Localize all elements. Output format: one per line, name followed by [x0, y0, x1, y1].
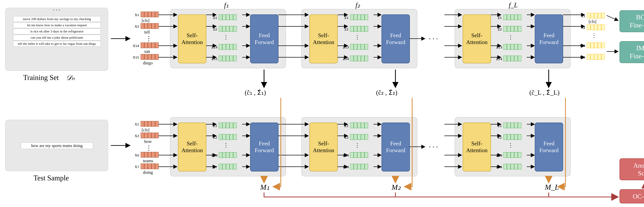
z-label: z₁₄: [212, 44, 217, 50]
ML-label: M_L: [545, 183, 559, 192]
token-vdots: ⋮: [146, 35, 152, 42]
t-cls: [cls]: [588, 19, 596, 24]
self-attention-module: Self- Attention: [310, 122, 338, 172]
token-embedding: [141, 152, 159, 158]
z-label: z₁₄: [496, 56, 502, 61]
z-embedding: [350, 44, 368, 50]
z-embedding: [503, 26, 522, 32]
z-label: z₁: [212, 122, 217, 128]
z-label: z₁₄: [343, 164, 348, 170]
z-embedding: [350, 26, 368, 32]
self-attention-module: Self- Attention: [463, 122, 491, 172]
z-label: z₁₃: [496, 44, 502, 50]
token-x1: x₁: [132, 121, 139, 127]
z-label: z₇: [212, 164, 217, 170]
z-label: z₂: [496, 26, 502, 32]
z-embedding: [350, 152, 368, 158]
token-x2: x₂: [132, 132, 139, 138]
token-embedding: [141, 23, 159, 29]
training-sentence: let me know how to make a vacation reque…: [13, 22, 101, 28]
z-embedding: [503, 56, 522, 61]
z-embedding: [219, 152, 237, 158]
feed-forward-module: Feed Forward: [250, 14, 278, 63]
z-label: z₁: [212, 14, 217, 20]
z-label: z₁₄: [343, 56, 348, 61]
z-label: z₁₅: [212, 56, 217, 61]
feed-forward-module: Feed Forward: [382, 14, 410, 63]
token-embedding: [141, 132, 159, 138]
z-embedding: [503, 134, 522, 140]
training-ellipsis: · · ·: [53, 7, 60, 13]
token-word: [cls]: [142, 128, 150, 132]
z-label: z₂: [343, 26, 348, 32]
z-vdots: ⋮: [223, 34, 229, 40]
token-x6: x₆: [132, 152, 139, 158]
token-word: how: [144, 139, 152, 144]
z-label: z₁: [343, 122, 348, 128]
imlm-fine-tuning-box: IMLM Fine-tuning: [620, 41, 644, 63]
param-cL: (ĉ_L , Σ̂_L): [529, 89, 560, 96]
self-attention-module: Self- Attention: [463, 14, 491, 63]
z-embedding: [219, 14, 237, 20]
z-embedding: [350, 164, 368, 170]
t-label: t₁: [580, 13, 585, 18]
layer-label-f2: f₂: [356, 1, 360, 9]
z-embedding: [350, 134, 368, 140]
t-embedding: [587, 13, 605, 18]
z-embedding: [219, 122, 237, 128]
z-label: z₂: [212, 26, 217, 32]
training-sentence: move 100 dollars from my savings to my c…: [13, 16, 101, 22]
z-embedding: [503, 164, 522, 170]
z-vdots: ⋮: [223, 142, 229, 148]
training-set-title: Training Set: [23, 74, 59, 82]
token-word: doing: [143, 170, 153, 175]
z-vdots: ⋮: [354, 142, 360, 148]
z-embedding: [219, 26, 237, 32]
layer-block-fL-test: Self- Attention Feed Forward z₁ z₂ ⋮ z₁₃…: [455, 117, 570, 176]
test-sentence: how are my sports teams doing: [21, 142, 93, 149]
z-vdots: ⋮: [508, 34, 514, 40]
feed-forward-module: Feed Forward: [535, 14, 563, 63]
self-attention-module: Self- Attention: [178, 14, 206, 63]
test-sample-panel: how are my sports teams doing: [5, 120, 108, 171]
layer-label-f1: f₁: [224, 1, 228, 9]
feed-forward-module: Feed Forward: [535, 122, 563, 172]
layer-label-fL: f_L: [509, 1, 518, 9]
z-embedding: [503, 44, 522, 50]
token-word: diego: [143, 60, 153, 66]
z-label: z₁₃: [496, 152, 502, 158]
training-sentence: is rice ok after 3 days in the refrigera…: [13, 28, 101, 34]
test-sample-title: Test Sample: [34, 174, 69, 182]
z-label: z₁: [496, 14, 502, 20]
training-sentence: tell the miles it will take to get to la…: [13, 41, 101, 46]
token-embedding: [141, 12, 159, 17]
token-x14: x₁₄: [132, 42, 139, 48]
z-embedding: [219, 164, 237, 170]
t-embedding: [587, 42, 605, 48]
param-c1: (ĉ₁ , Σ̂₁): [245, 89, 266, 96]
token-word: tell: [144, 30, 150, 34]
token-word: san: [144, 49, 150, 54]
z-label: z₁₃: [212, 152, 217, 158]
token-word: teams: [143, 158, 153, 163]
test-sentence-wrap: how are my sports teams doing: [21, 142, 93, 150]
layer-block-f1-test: Self- Attention Feed Forward z₁ z₂ ⋮ z₁₃…: [170, 117, 286, 176]
self-attention-module: Self- Attention: [310, 14, 338, 63]
t-label: t₂: [580, 24, 585, 30]
token-vdots: ⋮: [146, 144, 152, 152]
z-embedding: [219, 134, 237, 140]
bcad-fine-tuning-box: BCAD Fine-tuning: [620, 10, 644, 32]
layer-block-fL-train: Self- Attention Feed Forward z₁ z₂ ⋮ z₁₃…: [455, 9, 570, 68]
z-label: z₂: [496, 134, 502, 140]
z-embedding: [350, 122, 368, 128]
token-word: [cls]: [142, 18, 150, 23]
z-vdots: ⋮: [508, 142, 514, 148]
t-embedding: [587, 24, 605, 30]
layer-hdots: · · ·: [429, 35, 438, 43]
t-embedding: [587, 54, 605, 60]
training-set-panel: · · · move 100 dollars from my savings t…: [5, 8, 108, 71]
z-embedding: [503, 14, 522, 20]
layer-hdots-test: · · ·: [429, 143, 438, 151]
layer-block-f1-train: Self- Attention Feed Forward z₁ z₂ ⋮ z₁₄…: [170, 9, 286, 68]
M1-label: M₁: [260, 183, 269, 192]
